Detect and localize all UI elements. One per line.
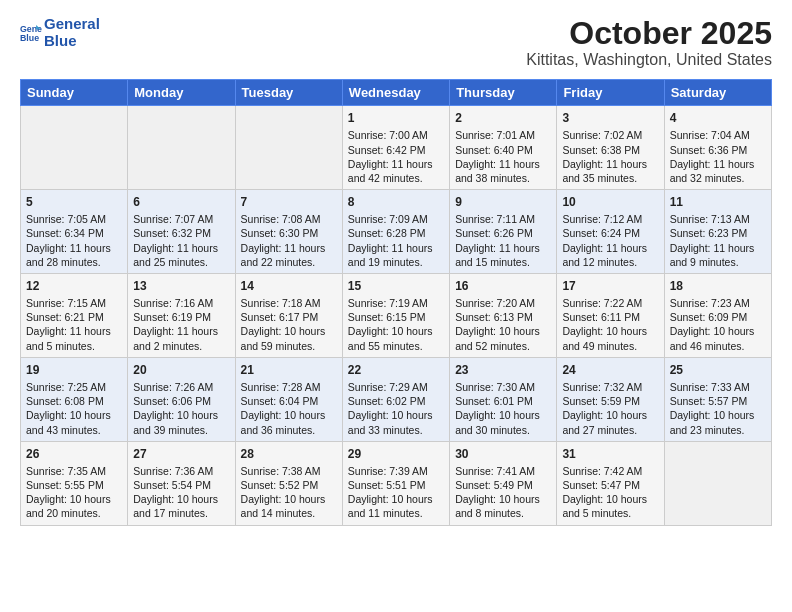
day-info: Sunrise: 7:30 AM <box>455 380 551 394</box>
day-info: Daylight: 10 hours <box>348 324 444 338</box>
day-info: Sunset: 5:54 PM <box>133 478 229 492</box>
day-number: 24 <box>562 362 658 378</box>
table-row: 17Sunrise: 7:22 AMSunset: 6:11 PMDayligh… <box>557 273 664 357</box>
day-info: Sunrise: 7:15 AM <box>26 296 122 310</box>
day-info: Daylight: 10 hours <box>241 408 337 422</box>
table-row: 11Sunrise: 7:13 AMSunset: 6:23 PMDayligh… <box>664 190 771 274</box>
day-number: 31 <box>562 446 658 462</box>
day-info: and 46 minutes. <box>670 339 766 353</box>
day-number: 11 <box>670 194 766 210</box>
day-info: Sunrise: 7:00 AM <box>348 128 444 142</box>
day-number: 23 <box>455 362 551 378</box>
day-info: Sunrise: 7:28 AM <box>241 380 337 394</box>
day-info: Sunrise: 7:08 AM <box>241 212 337 226</box>
table-row: 27Sunrise: 7:36 AMSunset: 5:54 PMDayligh… <box>128 441 235 525</box>
day-number: 10 <box>562 194 658 210</box>
table-row: 18Sunrise: 7:23 AMSunset: 6:09 PMDayligh… <box>664 273 771 357</box>
header-tuesday: Tuesday <box>235 80 342 106</box>
day-info: Daylight: 11 hours <box>241 241 337 255</box>
day-info: and 28 minutes. <box>26 255 122 269</box>
day-info: Sunrise: 7:29 AM <box>348 380 444 394</box>
day-info: Sunset: 6:32 PM <box>133 226 229 240</box>
header: General Blue General Blue October 2025 K… <box>20 16 772 69</box>
day-info: Sunrise: 7:33 AM <box>670 380 766 394</box>
day-info: Sunset: 6:09 PM <box>670 310 766 324</box>
table-row: 6Sunrise: 7:07 AMSunset: 6:32 PMDaylight… <box>128 190 235 274</box>
day-info: Sunrise: 7:04 AM <box>670 128 766 142</box>
day-info: Daylight: 10 hours <box>348 408 444 422</box>
day-info: and 55 minutes. <box>348 339 444 353</box>
day-info: and 12 minutes. <box>562 255 658 269</box>
calendar-week-row: 12Sunrise: 7:15 AMSunset: 6:21 PMDayligh… <box>21 273 772 357</box>
header-friday: Friday <box>557 80 664 106</box>
day-info: Sunrise: 7:22 AM <box>562 296 658 310</box>
table-row: 24Sunrise: 7:32 AMSunset: 5:59 PMDayligh… <box>557 357 664 441</box>
day-number: 12 <box>26 278 122 294</box>
location-title: Kittitas, Washington, United States <box>526 51 772 69</box>
day-number: 7 <box>241 194 337 210</box>
day-info: Sunset: 5:51 PM <box>348 478 444 492</box>
table-row <box>235 106 342 190</box>
table-row: 15Sunrise: 7:19 AMSunset: 6:15 PMDayligh… <box>342 273 449 357</box>
table-row: 26Sunrise: 7:35 AMSunset: 5:55 PMDayligh… <box>21 441 128 525</box>
day-info: Sunset: 6:24 PM <box>562 226 658 240</box>
day-number: 27 <box>133 446 229 462</box>
day-info: Sunset: 6:13 PM <box>455 310 551 324</box>
day-info: Daylight: 10 hours <box>455 324 551 338</box>
table-row: 9Sunrise: 7:11 AMSunset: 6:26 PMDaylight… <box>450 190 557 274</box>
day-info: Sunrise: 7:39 AM <box>348 464 444 478</box>
day-info: Sunrise: 7:38 AM <box>241 464 337 478</box>
table-row <box>664 441 771 525</box>
day-info: Daylight: 11 hours <box>562 241 658 255</box>
day-info: and 14 minutes. <box>241 506 337 520</box>
day-info: Sunrise: 7:19 AM <box>348 296 444 310</box>
calendar-table: Sunday Monday Tuesday Wednesday Thursday… <box>20 79 772 525</box>
day-info: Daylight: 11 hours <box>348 241 444 255</box>
day-info: and 59 minutes. <box>241 339 337 353</box>
day-info: Sunset: 6:08 PM <box>26 394 122 408</box>
day-number: 25 <box>670 362 766 378</box>
header-thursday: Thursday <box>450 80 557 106</box>
day-info: Sunrise: 7:05 AM <box>26 212 122 226</box>
day-info: Sunset: 6:34 PM <box>26 226 122 240</box>
day-number: 16 <box>455 278 551 294</box>
day-info: and 49 minutes. <box>562 339 658 353</box>
day-info: and 17 minutes. <box>133 506 229 520</box>
logo-icon: General Blue <box>20 22 42 44</box>
day-info: Sunrise: 7:16 AM <box>133 296 229 310</box>
day-number: 5 <box>26 194 122 210</box>
day-info: Sunset: 6:04 PM <box>241 394 337 408</box>
calendar-week-row: 5Sunrise: 7:05 AMSunset: 6:34 PMDaylight… <box>21 190 772 274</box>
day-info: Sunset: 6:15 PM <box>348 310 444 324</box>
table-row: 29Sunrise: 7:39 AMSunset: 5:51 PMDayligh… <box>342 441 449 525</box>
day-info: Sunset: 5:59 PM <box>562 394 658 408</box>
table-row: 19Sunrise: 7:25 AMSunset: 6:08 PMDayligh… <box>21 357 128 441</box>
table-row: 14Sunrise: 7:18 AMSunset: 6:17 PMDayligh… <box>235 273 342 357</box>
day-info: and 19 minutes. <box>348 255 444 269</box>
title-area: October 2025 Kittitas, Washington, Unite… <box>526 16 772 69</box>
day-info: Daylight: 10 hours <box>348 492 444 506</box>
day-info: Sunset: 6:02 PM <box>348 394 444 408</box>
day-info: Sunrise: 7:23 AM <box>670 296 766 310</box>
day-info: Sunrise: 7:01 AM <box>455 128 551 142</box>
day-info: Sunrise: 7:41 AM <box>455 464 551 478</box>
calendar-week-row: 1Sunrise: 7:00 AMSunset: 6:42 PMDaylight… <box>21 106 772 190</box>
header-wednesday: Wednesday <box>342 80 449 106</box>
day-number: 20 <box>133 362 229 378</box>
table-row: 12Sunrise: 7:15 AMSunset: 6:21 PMDayligh… <box>21 273 128 357</box>
day-info: Sunrise: 7:02 AM <box>562 128 658 142</box>
day-info: Sunrise: 7:18 AM <box>241 296 337 310</box>
day-info: and 25 minutes. <box>133 255 229 269</box>
day-info: Sunset: 6:17 PM <box>241 310 337 324</box>
day-number: 19 <box>26 362 122 378</box>
day-info: and 5 minutes. <box>26 339 122 353</box>
table-row: 16Sunrise: 7:20 AMSunset: 6:13 PMDayligh… <box>450 273 557 357</box>
day-info: Daylight: 11 hours <box>455 241 551 255</box>
calendar-week-row: 19Sunrise: 7:25 AMSunset: 6:08 PMDayligh… <box>21 357 772 441</box>
table-row: 22Sunrise: 7:29 AMSunset: 6:02 PMDayligh… <box>342 357 449 441</box>
header-saturday: Saturday <box>664 80 771 106</box>
table-row: 23Sunrise: 7:30 AMSunset: 6:01 PMDayligh… <box>450 357 557 441</box>
month-title: October 2025 <box>526 16 772 51</box>
table-row <box>21 106 128 190</box>
day-info: and 5 minutes. <box>562 506 658 520</box>
